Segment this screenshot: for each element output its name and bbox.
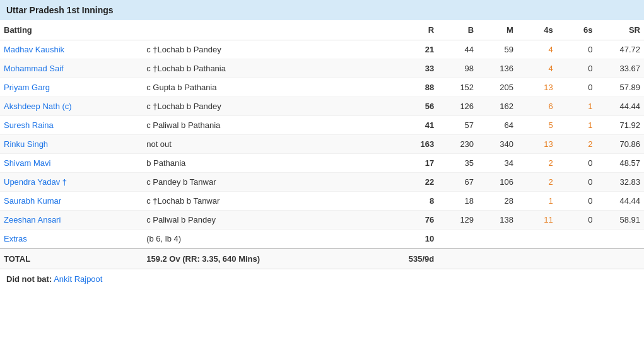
did-not-bat-players: Ankit Rajpoot bbox=[54, 274, 102, 284]
extras-detail: (b 6, lb 4) bbox=[143, 230, 396, 249]
player-name[interactable]: Saurabh Kumar bbox=[0, 192, 143, 211]
fours: 6 bbox=[517, 97, 557, 116]
total-score: 535/9d bbox=[396, 248, 438, 269]
player-name[interactable]: Madhav Kaushik bbox=[0, 40, 143, 59]
player-name[interactable]: Zeeshan Ansari bbox=[0, 211, 143, 230]
dismissal-text: c Paliwal b Pathania bbox=[143, 116, 396, 135]
player-name[interactable]: Upendra Yadav † bbox=[0, 173, 143, 192]
strike-rate: 32.83 bbox=[597, 173, 644, 192]
minutes: 136 bbox=[477, 59, 517, 78]
dismissal-text: c Gupta b Pathania bbox=[143, 78, 396, 97]
balls: 57 bbox=[438, 116, 477, 135]
dismissal-text: c †Lochab b Pandey bbox=[143, 97, 396, 116]
sixes: 0 bbox=[557, 59, 597, 78]
table-row: Saurabh Kumar c †Lochab b Tanwar 8 18 28… bbox=[0, 192, 644, 211]
runs: 163 bbox=[396, 135, 438, 154]
col-sr-header: SR bbox=[597, 20, 644, 40]
balls: 230 bbox=[438, 135, 477, 154]
minutes: 205 bbox=[477, 78, 517, 97]
dismissal-text: c †Lochab b Pandey bbox=[143, 40, 396, 59]
table-row: Rinku Singh not out 163 230 340 13 2 70.… bbox=[0, 135, 644, 154]
col-4s-header: 4s bbox=[517, 20, 557, 40]
dismissal-text: c Pandey b Tanwar bbox=[143, 173, 396, 192]
minutes: 64 bbox=[477, 116, 517, 135]
fours: 2 bbox=[517, 173, 557, 192]
minutes: 340 bbox=[477, 135, 517, 154]
runs: 17 bbox=[396, 154, 438, 173]
extras-total: 10 bbox=[396, 230, 438, 249]
table-header-row: Batting R B M 4s 6s SR bbox=[0, 20, 644, 40]
col-batting-header: Batting bbox=[0, 20, 143, 40]
dismissal-text: c †Lochab b Tanwar bbox=[143, 192, 396, 211]
minutes: 106 bbox=[477, 173, 517, 192]
fours: 1 bbox=[517, 192, 557, 211]
col-b-header: B bbox=[438, 20, 477, 40]
player-name[interactable]: Suresh Raina bbox=[0, 116, 143, 135]
dismissal-text: b Pathania bbox=[143, 154, 396, 173]
total-detail: 159.2 Ov (RR: 3.35, 640 Mins) bbox=[143, 248, 396, 269]
innings-header: Uttar Pradesh 1st Innings bbox=[0, 0, 644, 20]
runs: 21 bbox=[396, 40, 438, 59]
extras-label: Extras bbox=[0, 230, 143, 249]
col-6s-header: 6s bbox=[557, 20, 597, 40]
strike-rate: 44.44 bbox=[597, 192, 644, 211]
sixes: 2 bbox=[557, 135, 597, 154]
strike-rate: 57.89 bbox=[597, 78, 644, 97]
player-name[interactable]: Akshdeep Nath (c) bbox=[0, 97, 143, 116]
table-row: Zeeshan Ansari c Paliwal b Pandey 76 129… bbox=[0, 211, 644, 230]
strike-rate: 44.44 bbox=[597, 97, 644, 116]
runs: 56 bbox=[396, 97, 438, 116]
balls: 152 bbox=[438, 78, 477, 97]
table-row: Akshdeep Nath (c) c †Lochab b Pandey 56 … bbox=[0, 97, 644, 116]
runs: 33 bbox=[396, 59, 438, 78]
sixes: 0 bbox=[557, 154, 597, 173]
total-row: TOTAL 159.2 Ov (RR: 3.35, 640 Mins) 535/… bbox=[0, 248, 644, 269]
strike-rate: 70.86 bbox=[597, 135, 644, 154]
table-row: Upendra Yadav † c Pandey b Tanwar 22 67 … bbox=[0, 173, 644, 192]
col-r-header: R bbox=[396, 20, 438, 40]
sixes: 1 bbox=[557, 97, 597, 116]
runs: 22 bbox=[396, 173, 438, 192]
player-name[interactable]: Rinku Singh bbox=[0, 135, 143, 154]
dismissal-text: c Paliwal b Pandey bbox=[143, 211, 396, 230]
balls: 126 bbox=[438, 97, 477, 116]
player-name[interactable]: Priyam Garg bbox=[0, 78, 143, 97]
fours: 13 bbox=[517, 135, 557, 154]
minutes: 59 bbox=[477, 40, 517, 59]
minutes: 138 bbox=[477, 211, 517, 230]
balls: 98 bbox=[438, 59, 477, 78]
sixes: 1 bbox=[557, 116, 597, 135]
extras-row: Extras (b 6, lb 4) 10 bbox=[0, 230, 644, 249]
player-name[interactable]: Mohammad Saif bbox=[0, 59, 143, 78]
sixes: 0 bbox=[557, 40, 597, 59]
balls: 35 bbox=[438, 154, 477, 173]
minutes: 28 bbox=[477, 192, 517, 211]
col-m-header: M bbox=[477, 20, 517, 40]
runs: 88 bbox=[396, 78, 438, 97]
strike-rate: 47.72 bbox=[597, 40, 644, 59]
sixes: 0 bbox=[557, 192, 597, 211]
dismissal-text: c †Lochab b Pathania bbox=[143, 59, 396, 78]
did-not-bat: Did not bat: Ankit Rajpoot bbox=[0, 269, 644, 289]
sixes: 0 bbox=[557, 211, 597, 230]
fours: 4 bbox=[517, 59, 557, 78]
fours: 11 bbox=[517, 211, 557, 230]
scorecard: Uttar Pradesh 1st Innings Batting R B M … bbox=[0, 0, 644, 289]
table-row: Madhav Kaushik c †Lochab b Pandey 21 44 … bbox=[0, 40, 644, 59]
balls: 44 bbox=[438, 40, 477, 59]
balls: 18 bbox=[438, 192, 477, 211]
total-label: TOTAL bbox=[0, 248, 143, 269]
fours: 5 bbox=[517, 116, 557, 135]
strike-rate: 48.57 bbox=[597, 154, 644, 173]
strike-rate: 58.91 bbox=[597, 211, 644, 230]
table-row: Shivam Mavi b Pathania 17 35 34 2 0 48.5… bbox=[0, 154, 644, 173]
player-name[interactable]: Shivam Mavi bbox=[0, 154, 143, 173]
fours: 13 bbox=[517, 78, 557, 97]
balls: 67 bbox=[438, 173, 477, 192]
strike-rate: 33.67 bbox=[597, 59, 644, 78]
fours: 4 bbox=[517, 40, 557, 59]
did-not-bat-label: Did not bat: bbox=[6, 274, 52, 284]
table-row: Mohammad Saif c †Lochab b Pathania 33 98… bbox=[0, 59, 644, 78]
runs: 41 bbox=[396, 116, 438, 135]
batting-table: Batting R B M 4s 6s SR Madhav Kaushik c … bbox=[0, 20, 644, 269]
